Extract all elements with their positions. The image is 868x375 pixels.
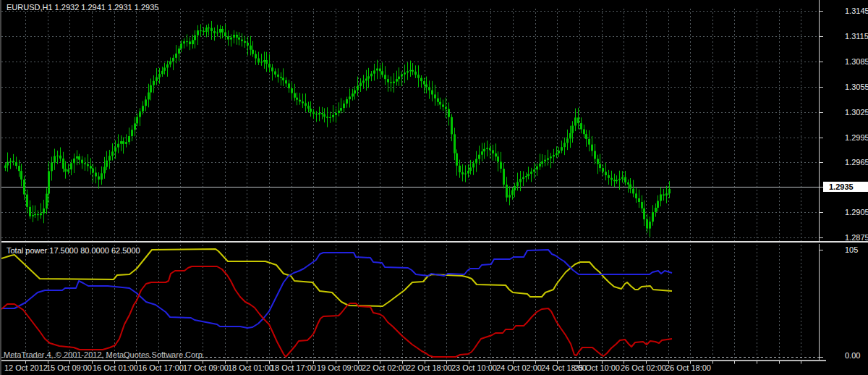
current-price-tag: 1.2935 <box>823 182 868 192</box>
time-axis-label: 26 Oct 18:00 <box>665 363 711 373</box>
chart-title: EURUSD,H1 1.2932 1.2941 1.2931 1.2935 <box>7 3 158 12</box>
time-axis-label: 23 Oct 10:00 <box>451 363 497 373</box>
price-axis-label: 1.3115 <box>845 32 868 41</box>
time-axis-label: 16 Oct 17:00 <box>138 363 184 373</box>
price-axis-label: 1.3145 <box>845 7 868 15</box>
panel-divider[interactable] <box>1 241 868 244</box>
price-axis-label: 1.2965 <box>845 158 868 167</box>
indicator-panel-area[interactable] <box>3 245 819 360</box>
copyright-text: MetaTrader 4, © 2001-2012, MetaQuotes So… <box>4 350 205 359</box>
time-axis-label: 25 Oct 10:00 <box>574 363 620 373</box>
time-axis-label: 19 Oct 09:00 <box>317 363 362 373</box>
indicator-label: Total power 17.5000 80.0000 62.5000 <box>7 246 140 255</box>
indicator-axis-max-label: 105 <box>845 245 858 254</box>
time-axis-label: 18 Oct 01:00 <box>228 363 273 373</box>
time-axis-label: 26 Oct 02:00 <box>621 363 666 373</box>
price-axis-label: 1.2995 <box>845 133 868 142</box>
time-axis-label: 24 Oct 02:00 <box>496 363 542 373</box>
time-axis-label: 18 Oct 17:00 <box>271 363 316 373</box>
price-axis-label: 1.3055 <box>845 83 868 91</box>
price-chart-area[interactable] <box>3 9 819 241</box>
time-axis-label: 15 Oct 09:00 <box>46 363 92 373</box>
price-axis-label: 1.3085 <box>845 57 868 66</box>
time-axis-label: 12 Oct 2012 <box>4 363 48 373</box>
time-axis-label: 17 Oct 09:00 <box>183 363 229 373</box>
time-axis-label: 16 Oct 01:00 <box>93 363 138 373</box>
time-axis-label: 22 Oct 02:00 <box>362 363 407 373</box>
indicator-axis-level-label: 0.00 <box>845 351 860 360</box>
time-axis-label: 22 Oct 18:00 <box>407 363 452 373</box>
price-axis-label: 1.3025 <box>845 108 868 117</box>
price-axis-label: 1.2875 <box>845 233 868 242</box>
price-axis[interactable] <box>820 0 868 360</box>
chart-window: EURUSD,H1 1.2932 1.2941 1.2931 1.2935 To… <box>0 0 868 375</box>
price-axis-label: 1.2905 <box>845 208 868 216</box>
